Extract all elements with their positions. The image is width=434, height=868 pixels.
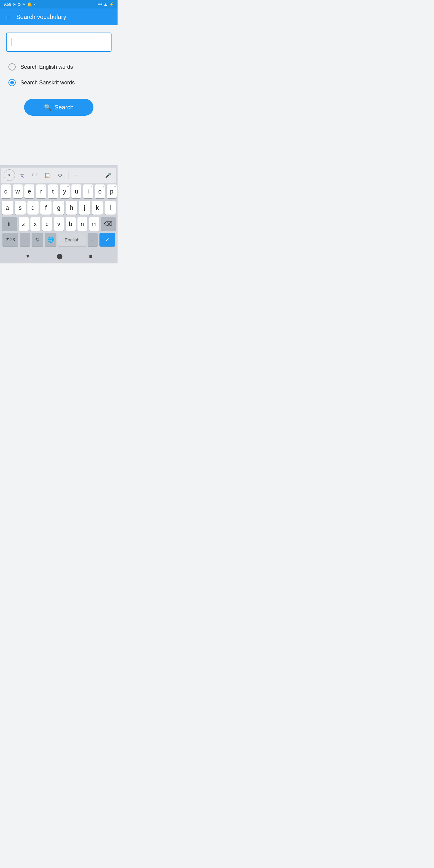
key-row-2: a s d f g h j k l (2, 201, 116, 215)
key-row-1: 1q 2w 3e 4r 5t 6y 7u 8i 9o 0p (2, 184, 116, 198)
key-n[interactable]: n (78, 217, 87, 231)
space-key[interactable]: English (58, 233, 86, 247)
radio-label-english: Search English words (21, 64, 73, 70)
num-hint-5: 5 (56, 185, 57, 188)
time: 9:58 (4, 2, 11, 7)
sticker-icon: 🃏 (19, 173, 25, 178)
nav-bar: ▼ ⬤ ■ (0, 249, 118, 264)
key-r[interactable]: 4r (36, 184, 46, 198)
keyboard-back-icon: < (8, 173, 10, 178)
nav-back-icon: ▼ (25, 253, 31, 259)
key-e[interactable]: 3e (24, 184, 34, 198)
notif-icon: 🔔 (27, 2, 32, 7)
mic-icon: 🎤 (105, 173, 111, 178)
nav-icon: ➤ (13, 2, 16, 7)
num-hint-9: 9 (103, 185, 104, 188)
key-j[interactable]: j (79, 201, 90, 215)
comma-key[interactable]: , (20, 233, 30, 247)
main-content: Search English words Search Sanskrit wor… (0, 25, 118, 165)
search-button[interactable]: 🔍 Search (24, 99, 93, 116)
key-m[interactable]: m (89, 217, 99, 231)
key-u[interactable]: 7u (71, 184, 82, 198)
period-key[interactable]: . (88, 233, 98, 247)
key-f[interactable]: f (40, 201, 52, 215)
num-hint-7: 7 (79, 185, 81, 188)
radio-label-sanskrit: Search Sanskrit words (21, 80, 75, 86)
key-y[interactable]: 6y (60, 184, 70, 198)
numbers-key[interactable]: ?123 (2, 233, 18, 247)
numbers-label: ?123 (5, 237, 15, 242)
key-w[interactable]: 2w (13, 184, 23, 198)
key-q[interactable]: 1q (1, 184, 11, 198)
kb-bottom-row: ?123 , ☺ 🌐 English . ✓ (1, 231, 116, 248)
keyboard-rows: 1q 2w 3e 4r 5t 6y 7u 8i 9o 0p a s d f g … (1, 184, 116, 231)
gear-icon: ⚙ (58, 173, 62, 178)
key-s[interactable]: s (15, 201, 26, 215)
settings-btn[interactable]: ⚙ (54, 169, 66, 181)
app-bar: ← Search vocabulary (0, 8, 118, 25)
signal-icon: ▲ (103, 2, 107, 7)
key-h[interactable]: h (66, 201, 77, 215)
keyboard-toolbar: < 🃏 GIF 📋 ⚙ ··· 🎤 (1, 167, 116, 183)
status-right: ▾▾ ▲ ⚡ (98, 2, 114, 7)
key-t[interactable]: 5t (48, 184, 58, 198)
keyboard-back-btn[interactable]: < (4, 169, 15, 181)
search-button-label: Search (55, 104, 73, 111)
key-g[interactable]: g (53, 201, 64, 215)
key-l[interactable]: l (104, 201, 116, 215)
dot-icon: • (33, 2, 35, 7)
key-o[interactable]: 9o (95, 184, 105, 198)
num-hint-4: 4 (44, 185, 45, 188)
radio-option-english[interactable]: Search English words (6, 59, 112, 75)
nav-recents-btn[interactable]: ■ (89, 253, 93, 259)
search-btn-container: 🔍 Search (6, 99, 112, 116)
text-cursor (11, 38, 11, 46)
radio-option-sanskrit[interactable]: Search Sanskrit words (6, 75, 112, 90)
status-left: 9:58 ➤ ⊙ M 🔔 • (4, 2, 35, 7)
dots-icon: ··· (74, 173, 79, 178)
more-btn[interactable]: ··· (71, 169, 82, 181)
nav-home-icon: ⬤ (57, 253, 63, 259)
shift-icon: ⇧ (7, 220, 12, 227)
spacer (6, 122, 112, 158)
gif-btn[interactable]: GIF (29, 169, 40, 181)
radio-inner-sanskrit (10, 81, 14, 84)
globe-icon: 🌐 (47, 236, 54, 243)
wifi-icon: ▾▾ (98, 2, 102, 7)
privacy-icon: ⊙ (18, 2, 21, 7)
clipboard-btn[interactable]: 📋 (41, 169, 53, 181)
mic-btn[interactable]: 🎤 (102, 169, 114, 181)
toolbar-divider (68, 171, 68, 179)
nav-recents-icon: ■ (89, 253, 93, 259)
key-d[interactable]: d (27, 201, 38, 215)
key-k[interactable]: k (92, 201, 103, 215)
key-i[interactable]: 8i (83, 184, 93, 198)
key-c[interactable]: c (42, 217, 52, 231)
shift-key[interactable]: ⇧ (2, 217, 17, 231)
keyboard: < 🃏 GIF 📋 ⚙ ··· 🎤 1q 2w 3e 4r 5t (0, 165, 118, 249)
num-hint-8: 8 (91, 185, 92, 188)
num-hint-1: 1 (9, 185, 10, 188)
key-z[interactable]: z (19, 217, 29, 231)
clipboard-icon: 📋 (44, 173, 50, 178)
comma-label: , (24, 237, 26, 242)
globe-key[interactable]: 🌐 (45, 233, 56, 247)
gmail-icon: M (22, 2, 26, 7)
sticker-btn[interactable]: 🃏 (16, 169, 28, 181)
radio-group: Search English words Search Sanskrit wor… (6, 59, 112, 90)
backspace-key[interactable]: ⌫ (101, 217, 116, 231)
key-x[interactable]: x (30, 217, 40, 231)
emoji-key[interactable]: ☺ (32, 233, 43, 247)
gif-label: GIF (32, 173, 38, 177)
back-button[interactable]: ← (5, 13, 11, 21)
key-b[interactable]: b (66, 217, 76, 231)
radio-circle-sanskrit (8, 79, 16, 86)
search-input-field[interactable] (6, 33, 112, 52)
key-a[interactable]: a (2, 201, 13, 215)
key-p[interactable]: 0p (107, 184, 117, 198)
check-key[interactable]: ✓ (99, 233, 115, 247)
key-v[interactable]: v (54, 217, 64, 231)
emoji-icon: ☺ (35, 237, 40, 243)
nav-back-btn[interactable]: ▼ (25, 253, 31, 259)
nav-home-btn[interactable]: ⬤ (57, 253, 63, 259)
